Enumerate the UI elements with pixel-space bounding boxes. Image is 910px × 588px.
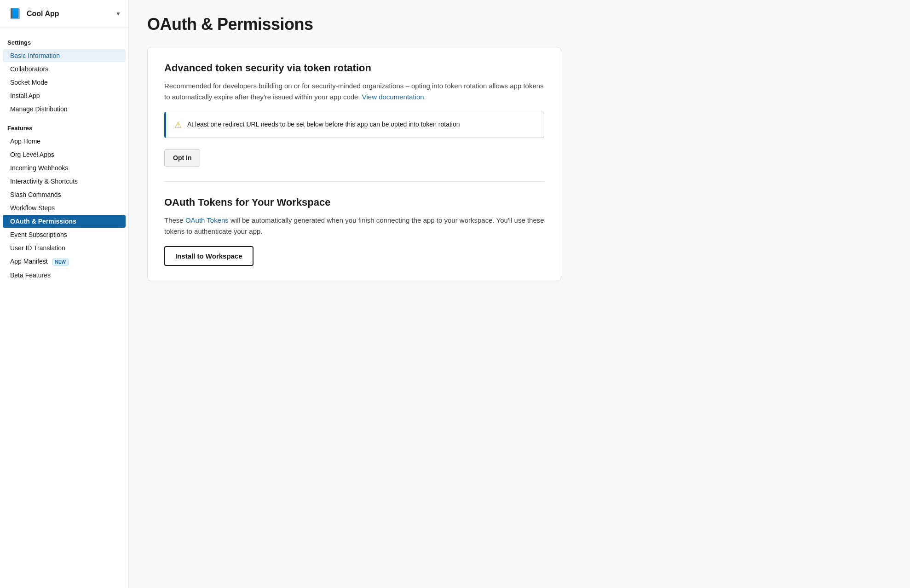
app-icon: 📘 [7, 6, 22, 21]
sidebar-item-interactivity-shortcuts[interactable]: Interactivity & Shortcuts [3, 175, 126, 188]
oauth-tokens-description: These OAuth Tokens will be automatically… [164, 215, 544, 237]
app-name: Cool App [27, 10, 111, 18]
page-title: OAuth & Permissions [147, 15, 892, 34]
sidebar-navigation: Settings Basic Information Collaborators… [0, 28, 128, 289]
sidebar: 📘 Cool App ▼ Settings Basic Information … [0, 0, 129, 588]
sidebar-item-user-id-translation[interactable]: User ID Translation [3, 242, 126, 254]
chevron-down-icon: ▼ [115, 11, 121, 17]
oauth-tokens-title: OAuth Tokens for Your Workspace [164, 196, 544, 208]
sidebar-item-slash-commands[interactable]: Slash Commands [3, 188, 126, 201]
sidebar-item-basic-information[interactable]: Basic Information [3, 49, 126, 62]
oauth-tokens-link[interactable]: OAuth Tokens [185, 216, 229, 224]
sidebar-item-socket-mode[interactable]: Socket Mode [3, 76, 126, 89]
content-card: Advanced token security via token rotati… [147, 47, 561, 281]
opt-in-button[interactable]: Opt In [164, 149, 200, 167]
settings-section-heading: Settings [0, 35, 128, 49]
sidebar-item-oauth-permissions[interactable]: OAuth & Permissions [3, 215, 126, 228]
token-security-description: Recommended for developers building on o… [164, 81, 544, 103]
sidebar-item-workflow-steps[interactable]: Workflow Steps [3, 202, 126, 214]
sidebar-item-install-app[interactable]: Install App [3, 89, 126, 102]
sidebar-item-incoming-webhooks[interactable]: Incoming Webhooks [3, 161, 126, 174]
app-selector[interactable]: 📘 Cool App ▼ [0, 0, 128, 28]
warning-icon: ⚠ [174, 120, 182, 130]
sidebar-item-manage-distribution[interactable]: Manage Distribution [3, 103, 126, 115]
sidebar-item-event-subscriptions[interactable]: Event Subscriptions [3, 228, 126, 241]
sidebar-item-collaborators[interactable]: Collaborators [3, 63, 126, 75]
sidebar-item-org-level-apps[interactable]: Org Level Apps [3, 148, 126, 161]
new-badge: NEW [52, 259, 69, 265]
sidebar-item-app-manifest[interactable]: App Manifest NEW [3, 255, 126, 268]
token-security-section: Advanced token security via token rotati… [164, 62, 544, 167]
sidebar-item-beta-features[interactable]: Beta Features [3, 269, 126, 282]
install-to-workspace-button[interactable]: Install to Workspace [164, 246, 253, 266]
token-rotation-info-box: ⚠ At least one redirect URL needs to be … [164, 112, 544, 138]
features-section-heading: Features [0, 121, 128, 134]
token-security-title: Advanced token security via token rotati… [164, 62, 544, 74]
main-content: OAuth & Permissions Advanced token secur… [129, 0, 910, 588]
view-documentation-link[interactable]: View documentation. [362, 93, 426, 101]
info-box-text: At least one redirect URL needs to be se… [187, 120, 460, 129]
sidebar-item-app-home[interactable]: App Home [3, 135, 126, 148]
oauth-tokens-section: OAuth Tokens for Your Workspace These OA… [164, 196, 544, 266]
section-divider [164, 181, 544, 182]
